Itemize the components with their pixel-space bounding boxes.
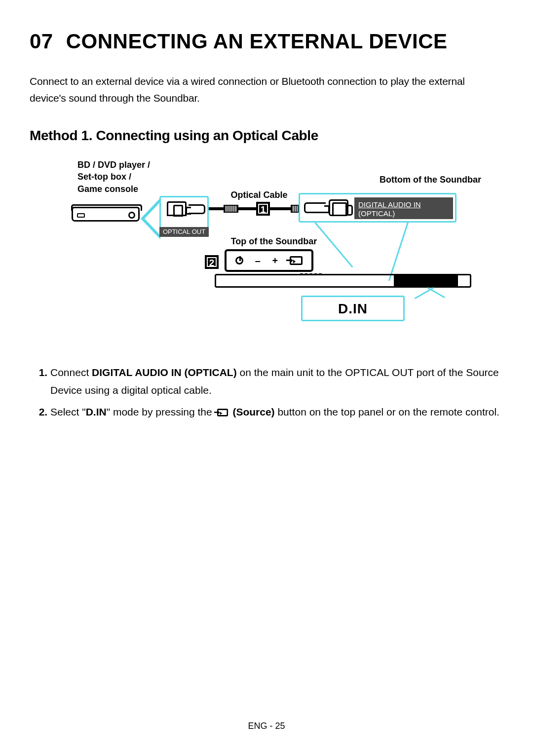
optical-out-tag: OPTICAL OUT xyxy=(159,227,209,237)
volume-plus-icon: + xyxy=(272,255,278,266)
step-1-prefix: Connect xyxy=(50,367,92,378)
step-2-prefix: Select " xyxy=(50,406,86,417)
callout-triangle-icon xyxy=(141,198,160,239)
instruction-steps: Connect DIGITAL AUDIO IN (OPTICAL) on th… xyxy=(38,364,503,420)
step-2-bold-source: (Source) xyxy=(232,406,274,417)
optical-plug-shape-icon xyxy=(189,204,205,214)
source-device-label: BD / DVD player / Set-top box / Game con… xyxy=(77,159,150,195)
step-badge-1: 1 xyxy=(256,202,270,216)
soundbar-top-label: Top of the Soundbar xyxy=(220,235,328,247)
connection-diagram: BD / DVD player / Set-top box / Game con… xyxy=(52,161,481,334)
digital-audio-in-line1: DIGITAL AUDIO IN xyxy=(358,200,421,209)
soundbar-top-panel-icon: – + xyxy=(225,249,313,272)
step-2: Select "D.IN" mode by pressing the (Sour… xyxy=(50,403,503,421)
cable-texture-icon xyxy=(224,205,238,213)
volume-minus-icon: – xyxy=(255,255,261,266)
page-footer: ENG - 25 xyxy=(0,721,533,731)
digital-audio-in-port-icon: DIGITAL AUDIO IN (OPTICAL) xyxy=(299,193,457,223)
optical-port-shape-icon xyxy=(167,201,187,216)
section-number: 07 xyxy=(30,30,53,53)
step-2-bold-din: D.IN xyxy=(86,406,107,417)
digital-audio-in-tag: DIGITAL AUDIO IN (OPTICAL) xyxy=(354,197,453,219)
power-icon xyxy=(235,257,243,265)
intro-paragraph: Connect to an external device via a wire… xyxy=(30,73,503,106)
source-device-icon xyxy=(72,207,140,222)
section-heading: 07CONNECTING AN EXTERNAL DEVICE xyxy=(30,30,503,53)
section-title: CONNECTING AN EXTERNAL DEVICE xyxy=(66,30,448,53)
step-1-bold: DIGITAL AUDIO IN (OPTICAL) xyxy=(92,367,237,378)
callout-line-icon xyxy=(415,287,434,300)
optical-out-port-icon xyxy=(159,196,209,230)
step-badge-2: 2 xyxy=(205,255,219,269)
callout-line-icon xyxy=(388,223,409,281)
source-icon xyxy=(290,256,303,265)
source-icon xyxy=(217,409,228,416)
step-2-mid1: " mode by pressing the xyxy=(107,406,215,417)
soundbar-body-icon xyxy=(215,274,471,288)
step-2-suffix: button on the top panel or on the remote… xyxy=(275,406,499,417)
optical-plug-shape-icon xyxy=(304,202,326,213)
soundbar-grille-icon xyxy=(394,274,458,288)
soundbar-bottom-label: Bottom of the Soundbar xyxy=(380,174,481,186)
step-1: Connect DIGITAL AUDIO IN (OPTICAL) on th… xyxy=(50,364,503,399)
optical-port-shape-icon xyxy=(329,199,348,216)
method-heading: Method 1. Connecting using an Optical Ca… xyxy=(30,128,503,144)
din-display: D.IN xyxy=(301,296,405,321)
digital-audio-in-line2: (OPTICAL) xyxy=(358,209,395,218)
disc-icon xyxy=(128,212,135,219)
optical-cable-label: Optical Cable xyxy=(225,189,294,201)
